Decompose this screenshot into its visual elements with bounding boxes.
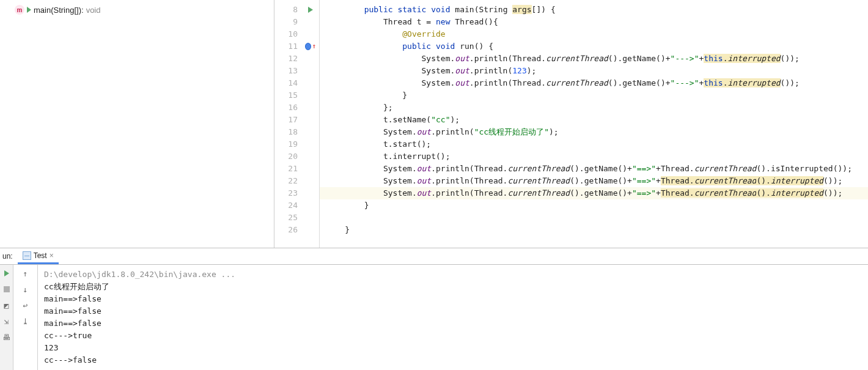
console-line[interactable]: cc--->false — [44, 354, 862, 366]
console-line[interactable]: D:\develop\jdk1.8.0_242\bin\java.exe ... — [44, 268, 862, 281]
stop-icon — [4, 286, 10, 292]
console-line[interactable]: cc--->true — [44, 330, 862, 342]
run-label: un: — [0, 252, 18, 261]
code-line[interactable]: System.out.println(Thread.currentThread(… — [320, 77, 868, 89]
line-number[interactable]: 10 — [274, 28, 305, 40]
line-number[interactable]: 19 — [274, 138, 305, 150]
run-tabs-bar: un: Test × — [0, 248, 868, 265]
console-line[interactable]: main==>false — [44, 305, 862, 317]
camera-icon[interactable]: ◩ — [2, 300, 12, 310]
code-line[interactable]: public void run() { — [320, 40, 868, 53]
code-line[interactable]: System.out.println("cc线程开始启动了"); — [320, 126, 868, 138]
override-gutter-icon[interactable]: ↑ — [305, 40, 316, 53]
line-number[interactable]: 17 — [274, 114, 305, 126]
run-gutter-icon[interactable] — [305, 4, 316, 16]
gutter-slot[interactable] — [305, 16, 316, 28]
gutter-slot[interactable] — [305, 65, 316, 77]
code-line[interactable]: } — [320, 89, 868, 102]
gutter-slot[interactable] — [305, 175, 316, 187]
code-line[interactable]: System.out.println(Thread.currentThread(… — [320, 187, 868, 199]
run-toolbar-left: ◩ ⇲ 🖶 — [0, 265, 13, 370]
soft-wrap-button[interactable]: ↩ — [21, 300, 31, 310]
gutter-slot[interactable] — [305, 28, 316, 40]
gutter-slot[interactable] — [305, 212, 316, 224]
run-config-tab[interactable]: Test × — [18, 248, 59, 264]
line-number[interactable]: 15 — [274, 89, 305, 102]
application-icon — [23, 251, 31, 260]
console-output[interactable]: D:\develop\jdk1.8.0_242\bin\java.exe ...… — [38, 265, 868, 370]
console-line[interactable]: cc线程开始启动了 — [44, 281, 862, 293]
code-line[interactable]: @Override — [320, 28, 868, 40]
console-line[interactable]: main==>false — [44, 317, 862, 330]
method-icon: m — [15, 5, 24, 15]
gutter-slot[interactable] — [305, 224, 316, 236]
structure-method-main[interactable]: m main(String[]): void — [0, 4, 274, 16]
gutter-slot[interactable] — [305, 187, 316, 199]
structure-panel: m main(String[]): void — [0, 0, 274, 248]
line-number[interactable]: 13 — [274, 65, 305, 77]
gutter-slot[interactable] — [305, 150, 316, 163]
print-icon[interactable]: 🖶 — [2, 332, 12, 342]
down-button[interactable]: ↓ — [21, 284, 31, 294]
gutter-slot[interactable] — [305, 53, 316, 65]
code-line[interactable]: Thread t = new Thread(){ — [320, 16, 868, 28]
line-number[interactable]: 9 — [274, 16, 305, 28]
code-line[interactable]: } — [320, 199, 868, 212]
code-line[interactable]: System.out.println(Thread.currentThread(… — [320, 175, 868, 187]
code-editor[interactable]: 891011121314151617181920212223242526 ↑ p… — [274, 0, 868, 248]
rerun-button[interactable] — [2, 268, 12, 278]
line-number[interactable]: 25 — [274, 212, 305, 224]
scroll-to-end-button[interactable]: ⤓ — [21, 316, 31, 326]
code-line[interactable]: System.out.println(Thread.currentThread(… — [320, 163, 868, 175]
gutter-markers[interactable]: ↑ — [305, 0, 316, 248]
code-line[interactable]: public static void main(String args[]) { — [320, 4, 868, 16]
line-number[interactable]: 20 — [274, 150, 305, 163]
code-line[interactable]: }; — [320, 102, 868, 114]
code-line[interactable] — [320, 212, 868, 224]
code-area[interactable]: public static void main(String args[]) {… — [320, 0, 868, 248]
line-number[interactable]: 8 — [274, 4, 305, 16]
run-badge-icon — [27, 7, 31, 13]
line-number[interactable]: 23 — [274, 187, 305, 199]
console-line[interactable]: main==>false — [44, 293, 862, 305]
console-line[interactable]: 123 — [44, 342, 862, 354]
play-icon — [4, 270, 9, 276]
structure-method-name: main(String[]): — [34, 6, 84, 15]
structure-return-type: void — [86, 6, 101, 15]
line-number[interactable]: 18 — [274, 126, 305, 138]
line-number[interactable]: 22 — [274, 175, 305, 187]
close-icon[interactable]: × — [50, 251, 54, 260]
line-number-gutter[interactable]: 891011121314151617181920212223242526 — [274, 0, 305, 248]
gutter-slot[interactable] — [305, 138, 316, 150]
layout-icon[interactable]: ⇲ — [2, 316, 12, 326]
code-line[interactable]: t.start(); — [320, 138, 868, 150]
line-number[interactable]: 24 — [274, 199, 305, 212]
code-line[interactable]: } — [320, 224, 868, 236]
gutter-slot[interactable] — [305, 102, 316, 114]
gutter-slot[interactable] — [305, 126, 316, 138]
line-number[interactable]: 21 — [274, 163, 305, 175]
line-number[interactable]: 26 — [274, 224, 305, 236]
gutter-slot[interactable] — [305, 114, 316, 126]
code-line[interactable]: t.setName("cc"); — [320, 114, 868, 126]
console-toolbar: ↑ ↓ ↩ ⤓ — [13, 265, 38, 370]
line-number[interactable]: 16 — [274, 102, 305, 114]
gutter-slot[interactable] — [305, 199, 316, 212]
line-number[interactable]: 12 — [274, 53, 305, 65]
code-line[interactable]: System.out.println(123); — [320, 65, 868, 77]
gutter-slot[interactable] — [305, 77, 316, 89]
run-tab-name: Test — [34, 251, 47, 260]
gutter-slot[interactable] — [305, 163, 316, 175]
stop-button[interactable] — [2, 284, 12, 294]
gutter-slot[interactable] — [305, 89, 316, 102]
run-tool-window: un: Test × ◩ ⇲ 🖶 ↑ ↓ ↩ ⤓ D:\develop\jdk1… — [0, 248, 868, 370]
up-button[interactable]: ↑ — [21, 268, 31, 278]
line-number[interactable]: 11 — [274, 40, 305, 53]
code-line[interactable]: System.out.println(Thread.currentThread(… — [320, 53, 868, 65]
code-line[interactable]: t.interrupt(); — [320, 150, 868, 163]
line-number[interactable]: 14 — [274, 77, 305, 89]
